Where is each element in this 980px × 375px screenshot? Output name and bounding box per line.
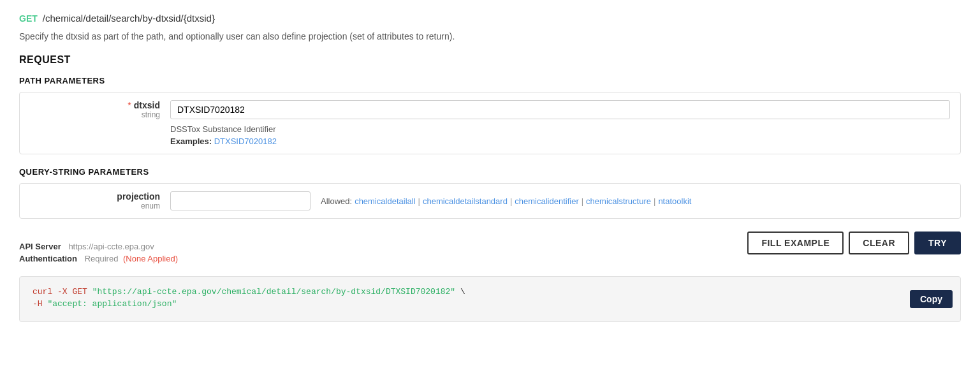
allowed-values-section: Allowed: chemicaldetailall | chemicaldet… — [321, 196, 691, 206]
request-section: REQUEST PATH PARAMETERS *dtxsid string D… — [19, 54, 961, 322]
action-buttons: FILL EXAMPLE CLEAR TRY — [747, 232, 961, 254]
param-name: dtxsid — [134, 100, 160, 110]
param-name-col: *dtxsid string — [30, 100, 170, 119]
bottom-row: API Server https://api-ccte.epa.gov Auth… — [19, 232, 961, 271]
try-button[interactable]: TRY — [914, 232, 961, 254]
examples-label: Examples: — [170, 136, 212, 146]
api-server-value: https://api-ccte.epa.gov — [68, 242, 154, 251]
code-flag: -H — [33, 299, 47, 309]
query-params-title: QUERY-STRING PARAMETERS — [19, 167, 961, 177]
path-params-table: *dtxsid string DSSTox Substance Identifi… — [19, 92, 961, 154]
projection-input[interactable] — [170, 191, 311, 210]
code-curl: curl -X GET — [33, 287, 92, 297]
param-name-col: projection enum — [30, 191, 170, 210]
param-type: string — [30, 110, 160, 119]
required-indicator: * — [128, 100, 131, 110]
http-method: GET — [19, 13, 38, 24]
endpoint-path: /chemical/detail/search/by-dtxsid/{dtxsi… — [43, 13, 215, 24]
query-params-table: projection enum Allowed: chemicaldetaila… — [19, 183, 961, 219]
table-row: projection enum Allowed: chemicaldetaila… — [20, 184, 960, 218]
path-parameters-section: PATH PARAMETERS *dtxsid string DSSTox Su… — [19, 76, 961, 154]
code-header: "accept: application/json" — [47, 299, 177, 309]
path-params-title: PATH PARAMETERS — [19, 76, 961, 85]
table-row: *dtxsid string DSSTox Substance Identifi… — [20, 92, 960, 154]
api-server-line: API Server https://api-ccte.epa.gov — [19, 242, 178, 251]
api-server-section: API Server https://api-ccte.epa.gov Auth… — [19, 242, 178, 263]
code-backslash: \ — [455, 287, 465, 297]
allowed-value-chemicaldetailall[interactable]: chemicaldetailall — [355, 196, 415, 206]
separator: | — [654, 196, 655, 206]
auth-required: Required — [85, 254, 119, 263]
authentication-line: Authentication Required (None Applied) — [19, 254, 178, 263]
code-url: "https://api-ccte.epa.gov/chemical/detai… — [92, 287, 456, 297]
separator: | — [418, 196, 420, 206]
copy-button[interactable]: Copy — [910, 290, 953, 308]
auth-label: Authentication — [19, 254, 77, 263]
clear-button[interactable]: CLEAR — [849, 232, 909, 254]
example-link[interactable]: DTXSID7020182 — [214, 136, 277, 146]
allowed-value-chemicalidentifier[interactable]: chemicalidentifier — [515, 196, 578, 206]
fill-example-button[interactable]: FILL EXAMPLE — [747, 232, 844, 254]
api-server-label: API Server — [19, 242, 61, 251]
param-examples: Examples: DTXSID7020182 — [170, 136, 950, 146]
auth-none-applied: (None Applied) — [123, 254, 178, 263]
separator: | — [510, 196, 512, 206]
param-name: projection — [117, 191, 160, 202]
code-block: curl -X GET "https://api-ccte.epa.gov/ch… — [19, 276, 961, 322]
dtxsid-input[interactable] — [170, 100, 950, 119]
separator: | — [581, 196, 583, 206]
query-parameters-section: QUERY-STRING PARAMETERS projection enum … — [19, 167, 961, 219]
param-value-col: DSSTox Substance Identifier Examples: DT… — [170, 100, 950, 146]
code-line-2: -H "accept: application/json" — [33, 299, 947, 309]
endpoint-line: GET /chemical/detail/search/by-dtxsid/{d… — [19, 13, 961, 24]
param-type: enum — [30, 202, 160, 210]
allowed-value-ntatoolkit[interactable]: ntatoolkit — [658, 196, 691, 206]
endpoint-description: Specify the dtxsid as part of the path, … — [19, 31, 961, 41]
allowed-label: Allowed: — [321, 196, 352, 206]
param-description: DSSTox Substance Identifier — [170, 124, 950, 134]
code-line-1: curl -X GET "https://api-ccte.epa.gov/ch… — [33, 287, 947, 297]
request-title: REQUEST — [19, 54, 961, 66]
allowed-value-chemicalstructure[interactable]: chemicalstructure — [586, 196, 651, 206]
allowed-value-chemicaldetailstandard[interactable]: chemicaldetailstandard — [423, 196, 508, 206]
